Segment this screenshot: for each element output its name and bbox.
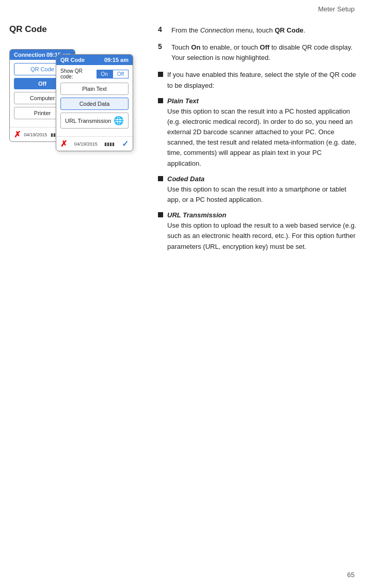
step-4: 4 From the Connection menu, touch QR Cod… [158,25,357,36]
bullet-sq-plain [158,98,163,103]
front-screen-footer: ✗ 04/19/2015 ▮▮▮▮ ✓ [56,136,133,151]
qr-option-url-transmission[interactable]: URL Transmission 🌐 [60,113,129,129]
front-screen: QR Code 09:15 am Show QR code: On Off [56,54,133,151]
page-number: 65 [347,571,355,579]
qr-option-plain-text[interactable]: Plain Text [60,83,129,95]
bullet-sq-coded [158,176,163,181]
front-cancel-button[interactable]: ✗ [60,139,67,149]
step-5-number: 5 [158,42,167,51]
bullet-list: If you have enabled this feature, select… [158,70,357,251]
toggle-on-button[interactable]: On [97,70,113,78]
screens-wrapper: Connection 09:15 am QR Code Off Computer… [9,49,143,142]
step-4-number: 4 [158,25,167,34]
step-4-text: From the Connection menu, touch QR Code. [171,25,305,36]
globe-icon: 🌐 [114,116,124,125]
step-5-text: Touch On to enable, or touch Off to disa… [171,42,357,63]
main-content: QR Code Connection 09:15 am QR Code Off … [0,15,367,257]
step-5: 5 Touch On to enable, or touch Off to di… [158,42,357,63]
bullet-plain-text-content: Plain Text Use this option to scan the r… [167,96,357,169]
bullet-url-transmission: URL Transmission Use this option to uplo… [158,210,357,252]
right-column: 4 From the Connection menu, touch QR Cod… [158,24,357,257]
left-column: QR Code Connection 09:15 am QR Code Off … [9,24,143,257]
front-battery-icon: ▮▮▮▮ [104,141,115,147]
page-footer: 65 [347,571,355,579]
front-screen-title: QR Code [60,57,85,63]
toggle-buttons: On Off [97,70,129,78]
bullet-url-content: URL Transmission Use this option to uplo… [167,210,357,252]
show-qr-label: Show QR code: [60,68,97,80]
back-screen-title: Connection [14,52,45,58]
header-title: Meter Setup [318,5,355,13]
toggle-off-button[interactable]: Off [113,70,129,78]
front-confirm-button[interactable]: ✓ [122,139,129,149]
front-screen-body: Show QR code: On Off Plain Text [56,65,133,134]
page-header: Meter Setup [0,0,367,15]
qr-option-coded-data[interactable]: Coded Data [60,98,129,110]
bullet-sq-url [158,212,163,217]
bullet-coded-data: Coded Data Use this option to scan the r… [158,174,357,205]
back-date: 04/19/2015 [24,132,47,137]
section-title: QR Code [9,24,143,35]
front-date: 04/19/2015 [74,141,98,147]
bullet-intro: If you have enabled this feature, select… [158,70,357,90]
bullet-intro-text: If you have enabled this feature, select… [167,70,357,90]
bullet-plain-text: Plain Text Use this option to scan the r… [158,96,357,169]
bullet-sq-intro [158,72,163,77]
back-cancel-button[interactable]: ✗ [14,130,21,139]
front-screen-header: QR Code 09:15 am [56,55,133,65]
front-screen-time: 09:15 am [104,57,129,63]
bullet-coded-data-content: Coded Data Use this option to scan the r… [167,174,357,205]
show-qr-row: Show QR code: On Off [60,68,129,80]
